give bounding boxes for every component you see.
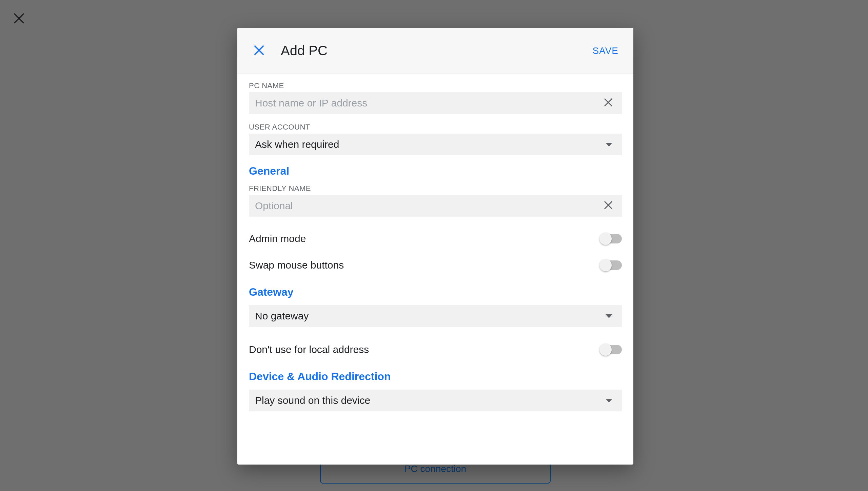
modal-header: Add PC SAVE — [237, 28, 633, 74]
pc-connection-label: PC connection — [405, 464, 466, 474]
toggle-knob — [599, 343, 612, 356]
modal-title: Add PC — [281, 43, 328, 58]
admin-mode-row: Admin mode — [249, 225, 622, 252]
close-icon — [12, 12, 26, 26]
chevron-down-icon — [606, 314, 612, 318]
modal-body: PC NAME USER ACCOUNT Ask when required G… — [237, 74, 633, 465]
section-general-title: General — [249, 165, 622, 177]
admin-mode-toggle[interactable] — [600, 234, 622, 243]
pc-name-label: PC NAME — [249, 81, 622, 90]
pc-name-field[interactable] — [249, 92, 622, 114]
close-icon — [603, 200, 613, 212]
close-icon — [603, 97, 613, 109]
swap-mouse-toggle[interactable] — [600, 260, 622, 270]
section-gateway-title: Gateway — [249, 286, 622, 298]
audio-value: Play sound on this device — [255, 395, 606, 406]
swap-mouse-row: Swap mouse buttons — [249, 252, 622, 278]
section-device-audio-title: Device & Audio Redirection — [249, 370, 622, 383]
chevron-down-icon — [606, 143, 612, 146]
friendly-name-label: FRIENDLY NAME — [249, 184, 622, 193]
swap-mouse-label: Swap mouse buttons — [249, 259, 600, 271]
toggle-knob — [599, 233, 612, 245]
pc-name-clear-button[interactable] — [601, 96, 616, 111]
dont-use-local-toggle[interactable] — [600, 345, 622, 354]
add-pc-modal: Add PC SAVE PC NAME USER ACCOUNT Ask whe… — [237, 28, 633, 465]
friendly-name-field[interactable] — [249, 195, 622, 217]
pc-name-input[interactable] — [255, 97, 601, 109]
toggle-knob — [599, 259, 612, 271]
user-account-value: Ask when required — [255, 139, 606, 150]
chevron-down-icon — [606, 399, 612, 402]
friendly-name-clear-button[interactable] — [601, 198, 616, 213]
dont-use-local-row: Don't use for local address — [249, 336, 622, 363]
modal-close-button[interactable] — [249, 41, 269, 61]
user-account-label: USER ACCOUNT — [249, 123, 622, 132]
save-button[interactable]: SAVE — [592, 45, 618, 56]
dont-use-local-label: Don't use for local address — [249, 344, 600, 355]
audio-select[interactable]: Play sound on this device — [249, 390, 622, 411]
gateway-value: No gateway — [255, 310, 606, 322]
user-account-select[interactable]: Ask when required — [249, 134, 622, 155]
close-icon — [253, 44, 265, 58]
backdrop-close-button[interactable] — [9, 9, 28, 28]
gateway-select[interactable]: No gateway — [249, 305, 622, 327]
friendly-name-input[interactable] — [255, 200, 601, 212]
admin-mode-label: Admin mode — [249, 233, 600, 244]
